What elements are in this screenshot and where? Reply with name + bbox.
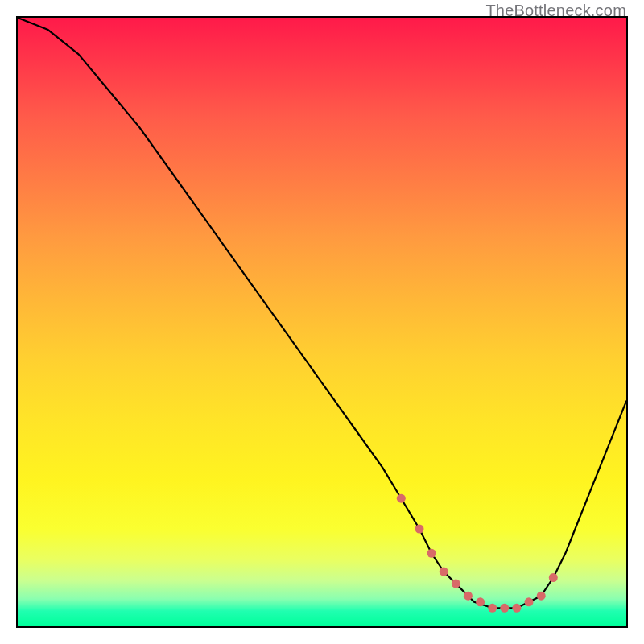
chart-plot — [18, 18, 626, 626]
marker-point — [464, 592, 473, 601]
marker-point — [537, 592, 546, 601]
highlight-markers — [397, 494, 558, 613]
marker-point — [549, 573, 558, 582]
marker-point — [512, 604, 521, 613]
marker-point — [397, 494, 406, 503]
marker-point — [476, 597, 485, 606]
marker-point — [452, 580, 460, 588]
chart-container: TheBottleneck.com — [0, 0, 644, 644]
watermark-text: TheBottleneck.com — [485, 2, 626, 20]
marker-point — [488, 604, 497, 613]
marker-point — [500, 604, 509, 613]
marker-point — [440, 568, 448, 576]
bottleneck-curve — [18, 18, 626, 608]
marker-point — [525, 597, 534, 606]
marker-point — [415, 525, 424, 534]
marker-point — [427, 549, 436, 558]
